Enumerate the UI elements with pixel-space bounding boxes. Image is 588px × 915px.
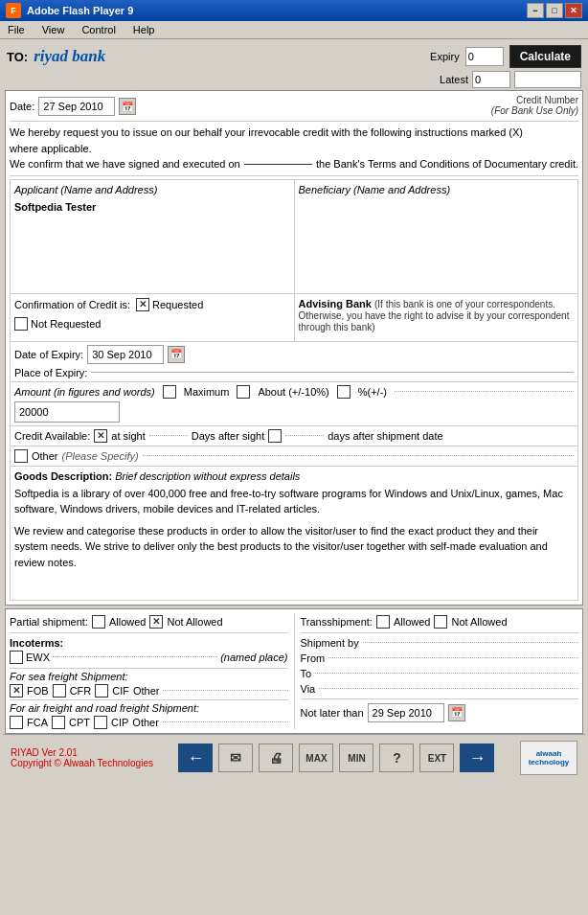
partial-shipment-row: Partial shipment: Allowed ✕ Not Allowed [10, 613, 288, 630]
menu-file[interactable]: File [4, 23, 29, 36]
maximum-label: Maximum [184, 386, 230, 398]
fca-checkbox[interactable] [10, 716, 23, 729]
instruction-text-4: the Bank's Terms and Conditions of Docum… [316, 156, 578, 172]
date-expiry-label: Date of Expiry: [14, 349, 83, 360]
date-label: Date: [10, 101, 34, 112]
transshipment-label: Transshipment: [301, 616, 373, 628]
print-button[interactable]: 🖨 [259, 743, 293, 772]
max-button[interactable]: MAX [299, 743, 333, 772]
expiry-calendar-icon[interactable]: 📅 [168, 346, 185, 363]
help-button[interactable]: ? [379, 743, 414, 772]
at-sight-checkbox[interactable]: ✕ [94, 429, 107, 443]
instruction-text-1: We hereby request you to issue on our be… [10, 125, 578, 141]
back-button[interactable]: ← [178, 743, 213, 772]
close-button[interactable]: ✕ [565, 3, 582, 18]
maximum-checkbox[interactable] [163, 385, 176, 399]
navigation-buttons: ← ✉ 🖨 MAX MIN ? EXT → [178, 743, 494, 772]
latest-input[interactable] [472, 71, 510, 88]
not-later-label: Not later than [301, 707, 364, 719]
date-calendar-icon[interactable]: 📅 [119, 98, 136, 115]
expiry-input[interactable]: 0 [465, 47, 504, 66]
conf-not-requested-checkbox[interactable] [14, 317, 28, 331]
beneficiary-column: Beneficiary (Name and Address) [295, 180, 578, 293]
other-checkbox[interactable] [14, 449, 28, 463]
cfr-checkbox[interactable] [53, 684, 66, 698]
credit-number-input[interactable] [514, 71, 581, 88]
days-after-sight-label: Days after sight [192, 430, 264, 442]
minimize-button[interactable]: − [527, 3, 544, 18]
applicant-column: Applicant (Name and Address) Softpedia T… [11, 180, 295, 293]
named-place-label: (named place) [220, 652, 287, 663]
percent-checkbox[interactable] [337, 385, 351, 399]
percent-label: %(+/-) [358, 386, 387, 398]
partial-not-allowed-checkbox[interactable]: ✕ [149, 615, 163, 629]
logo-text: alwaah technology [521, 749, 577, 766]
forward-button[interactable]: → [460, 743, 494, 772]
from-label: From [301, 652, 326, 664]
credit-available-section: Credit Available: ✕ at sight Days after … [10, 426, 578, 446]
instruction-text-3: We confirm that we have signed and execu… [10, 156, 240, 172]
air-freight-label: For air freight and road freight Shipmen… [10, 702, 288, 714]
exw-checkbox[interactable] [10, 651, 23, 664]
instruction-block: We hereby request you to issue on our be… [10, 121, 578, 176]
menu-control[interactable]: Control [78, 23, 119, 36]
at-sight-label: at sight [111, 430, 145, 442]
title-bar-buttons: − □ ✕ [527, 3, 582, 18]
conf-requested-checkbox[interactable]: ✕ [136, 298, 149, 311]
exw-label: EWX [26, 652, 50, 663]
to-label: TO: [7, 50, 28, 64]
partial-allowed-checkbox[interactable] [92, 615, 105, 629]
not-later-input[interactable] [368, 703, 444, 722]
incoterms-label: Incoterms: [10, 637, 288, 649]
via-label: Via [301, 683, 316, 695]
ext-button[interactable]: EXT [419, 743, 454, 772]
date-row: Date: 27 Sep 2010 📅 [10, 95, 136, 118]
version-text: RIYAD Ver 2.01 [11, 747, 153, 758]
instruction-text-2: where applicable. [10, 141, 578, 157]
fob-label: FOB [27, 685, 49, 697]
fob-checkbox[interactable]: ✕ [10, 684, 23, 698]
date-input[interactable]: 27 Sep 2010 [38, 97, 115, 116]
email-button[interactable]: ✉ [218, 743, 253, 772]
trans-allowed-label: Allowed [394, 616, 431, 628]
company-logo: alwaah technology [520, 741, 577, 775]
air-other-label: Other [132, 717, 159, 728]
footer-bar: RIYAD Ver 2.01 Copyright © Alwaah Techno… [3, 734, 585, 782]
partial-allowed-label: Allowed [109, 616, 147, 628]
applicant-label: Applicant (Name and Address) [14, 184, 290, 195]
sea-freight-label: For sea freight Shipment: [10, 671, 288, 682]
to-dest-label: To [301, 668, 312, 679]
footer-text: RIYAD Ver 2.01 Copyright © Alwaah Techno… [11, 747, 153, 768]
advising-bank-label: Advising Bank [299, 298, 372, 309]
sea-other-label: Other [133, 685, 160, 697]
air-freight-section: For air freight and road freight Shipmen… [10, 702, 288, 729]
date-expiry-input[interactable] [87, 345, 164, 364]
goods-text-2: We review and categorise these products … [14, 523, 574, 571]
title-bar: F Adobe Flash Player 9 − □ ✕ [0, 0, 588, 21]
about-checkbox[interactable] [237, 385, 250, 399]
transshipment-row: Transshipment: Allowed Not Allowed [301, 613, 579, 630]
shipment-by-label: Shipment by [301, 637, 359, 649]
days-after-sight-checkbox[interactable] [268, 429, 282, 443]
cpt-checkbox[interactable] [52, 716, 65, 729]
maximize-button[interactable]: □ [546, 3, 563, 18]
sea-freight-section: For sea freight Shipment: ✕ FOB CFR CIF … [10, 671, 288, 698]
trans-allowed-checkbox[interactable] [376, 615, 390, 629]
partial-not-allowed-label: Not Allowed [167, 616, 222, 628]
applicant-beneficiary-section: Applicant (Name and Address) Softpedia T… [10, 179, 578, 294]
credit-number-label: Credit Number [491, 95, 578, 105]
min-button[interactable]: MIN [339, 743, 373, 772]
trans-not-allowed-checkbox[interactable] [434, 615, 447, 629]
not-later-calendar-icon[interactable]: 📅 [448, 704, 465, 721]
fca-label: FCA [27, 717, 48, 728]
cip-checkbox[interactable] [94, 716, 107, 729]
menu-view[interactable]: View [38, 23, 69, 36]
date-expiry-section: Date of Expiry: 📅 Place of Expiry: [10, 342, 578, 382]
amount-input[interactable] [14, 401, 120, 423]
shipment-details: Shipment by From To Via [301, 635, 579, 724]
menu-help[interactable]: Help [129, 23, 159, 36]
credit-avail-label: Credit Available: [14, 430, 90, 442]
calculate-button[interactable]: Calculate [509, 45, 581, 68]
cif-checkbox[interactable] [95, 684, 108, 698]
conf-not-requested-label: Not Requested [31, 318, 101, 330]
